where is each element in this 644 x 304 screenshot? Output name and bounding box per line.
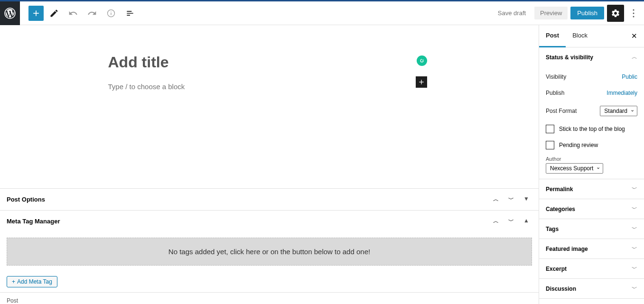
settings-button[interactable]: [607, 5, 624, 22]
dots-vertical-icon: [633, 9, 635, 18]
pencil-icon: [49, 9, 59, 18]
wordpress-logo[interactable]: [0, 1, 20, 25]
toggle-icon[interactable]: ▲: [521, 216, 532, 226]
publish-value[interactable]: Immediately: [607, 90, 637, 96]
svg-point-3: [633, 12, 635, 14]
preview-button[interactable]: Preview: [534, 7, 568, 19]
author-label: Author: [546, 153, 637, 162]
tab-block[interactable]: Block: [566, 25, 594, 47]
chevron-down-icon: ﹀: [632, 205, 637, 213]
undo-icon: [68, 9, 78, 18]
move-up-icon[interactable]: ︿: [490, 216, 502, 226]
permalink-header[interactable]: Permalink ﹀: [539, 179, 644, 199]
categories-header[interactable]: Categories ﹀: [539, 199, 644, 219]
chevron-down-icon: ﹀: [632, 285, 637, 293]
outline-button[interactable]: [121, 5, 139, 22]
post-format-select[interactable]: Standard: [600, 106, 637, 116]
featured-image-header[interactable]: Featured image ﹀: [539, 239, 644, 258]
more-menu-button[interactable]: [627, 5, 640, 22]
status-visibility-header[interactable]: Status & visibility ︿: [539, 47, 644, 67]
post-footer-label: Post: [0, 292, 539, 304]
editor-canvas: Add title Type / to choose a block Post …: [0, 25, 539, 304]
add-meta-tag-button[interactable]: + Add Meta Tag: [7, 276, 57, 287]
chevron-down-icon: ﹀: [632, 245, 637, 253]
tab-post[interactable]: Post: [539, 25, 566, 47]
pending-review-checkbox[interactable]: [546, 141, 554, 149]
sticky-checkbox[interactable]: [546, 125, 554, 133]
toggle-icon[interactable]: ▼: [521, 194, 532, 204]
chevron-up-icon: ︿: [632, 53, 637, 61]
inline-add-block-button[interactable]: [416, 76, 427, 88]
redo-button[interactable]: [84, 5, 101, 22]
tools-button[interactable]: [46, 5, 63, 22]
svg-point-2: [633, 9, 635, 10]
post-options-panel-header[interactable]: Post Options ︿ ﹀ ▼: [0, 188, 539, 210]
plus-icon: [31, 9, 41, 18]
plus-icon: +: [12, 278, 15, 285]
meta-tag-manager-header[interactable]: Meta Tag Manager ︿ ﹀ ▲: [0, 210, 539, 232]
post-title-input[interactable]: Add title: [108, 54, 431, 81]
tags-header[interactable]: Tags ﹀: [539, 219, 644, 239]
chevron-down-icon: ﹀: [632, 265, 637, 273]
sticky-label: Stick to the top of the blog: [559, 126, 625, 132]
excerpt-header[interactable]: Excerpt ﹀: [539, 259, 644, 278]
block-placeholder[interactable]: Type / to choose a block: [108, 81, 431, 92]
svg-point-4: [633, 16, 635, 17]
meta-tag-manager-label: Meta Tag Manager: [7, 218, 490, 225]
close-icon: ✕: [631, 32, 637, 40]
discussion-header[interactable]: Discussion ﹀: [539, 279, 644, 298]
move-down-icon[interactable]: ﹀: [505, 216, 517, 226]
visibility-label: Visibility: [546, 74, 622, 80]
move-up-icon[interactable]: ︿: [490, 194, 502, 204]
author-select[interactable]: Nexcess Support: [546, 163, 603, 174]
chevron-down-icon: ﹀: [632, 225, 637, 233]
gear-icon: [611, 9, 620, 18]
list-icon: [125, 9, 135, 18]
grammarly-icon: [419, 57, 425, 64]
info-icon: [106, 9, 116, 18]
chevron-down-icon: ﹀: [632, 185, 637, 193]
settings-sidebar: Post Block ✕ Status & visibility ︿ Visib…: [539, 25, 644, 304]
add-block-button[interactable]: [28, 6, 44, 21]
grammarly-badge[interactable]: [417, 55, 427, 66]
editor-toolbar: Save draft Preview Publish: [0, 1, 644, 25]
post-format-label: Post Format: [546, 108, 600, 114]
close-sidebar-button[interactable]: ✕: [625, 25, 644, 47]
info-button[interactable]: [103, 5, 120, 22]
undo-button[interactable]: [65, 5, 82, 22]
publish-label: Publish: [546, 90, 607, 96]
no-tags-placeholder[interactable]: No tags added yet, click here or on the …: [7, 238, 532, 266]
visibility-value[interactable]: Public: [622, 74, 637, 80]
redo-icon: [87, 9, 97, 18]
move-down-icon[interactable]: ﹀: [505, 194, 517, 204]
publish-button[interactable]: Publish: [570, 7, 604, 19]
post-options-label: Post Options: [7, 196, 490, 203]
wordpress-icon: [4, 8, 16, 19]
save-draft-button[interactable]: Save draft: [492, 7, 532, 19]
plus-icon: [418, 78, 425, 86]
pending-review-label: Pending review: [559, 142, 598, 148]
